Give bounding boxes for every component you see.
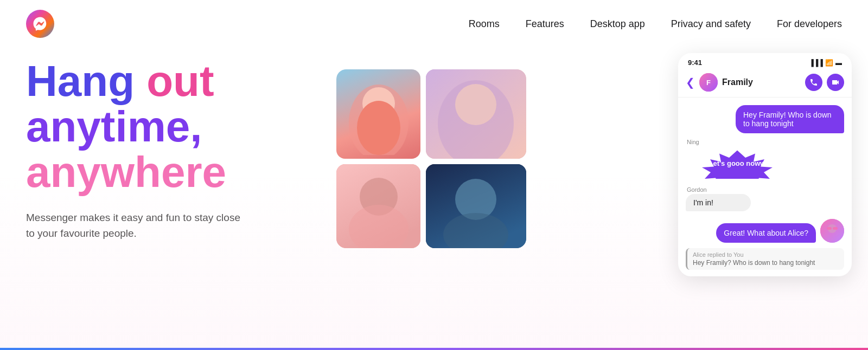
- wifi-icon: 📶: [825, 59, 833, 67]
- svg-text:Let's gooo noww: Let's gooo noww: [709, 159, 767, 167]
- person-1-svg: [346, 74, 411, 155]
- bubble-sent-1: Hey Framily! Who is down to hang tonight: [736, 105, 844, 133]
- chat-header[interactable]: ❮ F Framily: [678, 70, 852, 98]
- reply-preview: Alice replied to You Hey Framily? Who is…: [686, 248, 844, 270]
- video-cell-4: [426, 164, 526, 248]
- video-cell-3: [336, 164, 420, 248]
- sender-gordon: Gordon: [687, 186, 844, 193]
- svg-rect-19: [833, 227, 838, 230]
- nav-features[interactable]: Features: [526, 18, 564, 30]
- reply-header: Alice replied to You: [693, 251, 839, 258]
- burst-svg: Let's gooo noww: [686, 146, 789, 179]
- person-2-svg: [426, 69, 526, 159]
- signal-icon: ▐▐▐: [809, 59, 823, 67]
- svg-point-5: [455, 84, 496, 125]
- nav-rooms[interactable]: Rooms: [469, 18, 500, 30]
- hero-headline: Hang out anytime, anywhere: [26, 59, 304, 195]
- messenger-icon: [32, 16, 48, 32]
- back-button[interactable]: ❮: [686, 76, 695, 89]
- msg-sent-alice-row: Great! What about Alice?: [686, 217, 844, 243]
- nav-privacy-safety[interactable]: Privacy and safety: [671, 18, 751, 30]
- hero-right: 9:41 ▐▐▐ 📶 ▬ ❮ F Framily: [304, 48, 868, 350]
- call-button[interactable]: [805, 74, 822, 91]
- phone-action-icons: [805, 74, 844, 91]
- video-grid: [336, 69, 526, 248]
- bubble-gordon: I'm in!: [686, 194, 751, 211]
- svg-text:F: F: [706, 79, 711, 87]
- reply-text: Hey Framily? Who is down to hang tonight: [693, 259, 815, 267]
- sender-ning: Ning: [687, 139, 844, 145]
- status-time: 9:41: [688, 59, 702, 67]
- logo-circle: [26, 10, 54, 38]
- video-call-button[interactable]: [827, 74, 844, 91]
- chat-body: Hey Framily! Who is down to hang tonight…: [678, 98, 852, 276]
- nav-desktop-app[interactable]: Desktop app: [590, 18, 645, 30]
- contact-name: Framily: [722, 77, 805, 87]
- vc1-inner: [336, 69, 420, 159]
- contact-avatar-img: F: [699, 73, 718, 92]
- contact-avatar: F: [699, 73, 718, 92]
- logo[interactable]: [26, 10, 54, 38]
- headline-hang: Hang: [26, 57, 135, 105]
- bottom-bar: [0, 348, 868, 350]
- burst-container: Let's gooo noww: [686, 146, 794, 181]
- alice-avatar: [820, 219, 844, 243]
- main-nav: Rooms Features Desktop app Privacy and s…: [469, 18, 842, 30]
- hero-subtitle: Messenger makes it easy and fun to stay …: [26, 210, 243, 241]
- video-cell-1: [336, 69, 420, 159]
- svg-point-2: [357, 101, 400, 155]
- phone-icon: [809, 78, 818, 87]
- headline-anywhere: anywhere: [26, 148, 226, 196]
- msg-gordon: Gordon I'm in!: [686, 186, 844, 211]
- hero-left: Hang out anytime, anywhere Messenger mak…: [0, 48, 304, 350]
- person-3-svg: [336, 164, 420, 248]
- svg-rect-18: [827, 227, 832, 230]
- video-icon: [831, 78, 840, 87]
- msg-ning: Ning Let's gooo noww: [686, 139, 844, 181]
- nav-for-developers[interactable]: For developers: [777, 18, 842, 30]
- header: Rooms Features Desktop app Privacy and s…: [0, 0, 868, 48]
- msg-sent-1: Hey Framily! Who is down to hang tonight: [686, 105, 844, 133]
- headline-out: out: [146, 57, 214, 105]
- hero-section: Hang out anytime, anywhere Messenger mak…: [0, 48, 868, 350]
- reply-preview-section: Alice replied to You Hey Framily? Who is…: [686, 248, 844, 272]
- video-cell-2: [426, 69, 526, 159]
- bubble-sent-2: Great! What about Alice?: [716, 223, 816, 243]
- battery-icon: ▬: [835, 59, 842, 67]
- headline-anytime: anytime,: [26, 102, 202, 151]
- person-4-svg: [426, 164, 526, 248]
- phone-mockup: 9:41 ▐▐▐ 📶 ▬ ❮ F Framily: [678, 53, 852, 276]
- status-icons: ▐▐▐ 📶 ▬: [809, 59, 842, 67]
- status-bar: 9:41 ▐▐▐ 📶 ▬: [678, 53, 852, 70]
- alice-avatar-img: [820, 219, 844, 243]
